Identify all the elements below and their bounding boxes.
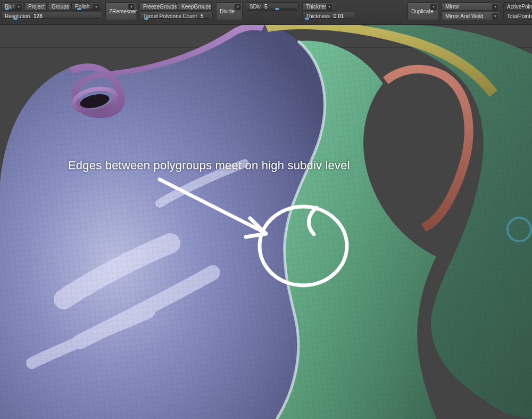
sdiv-group: SDiv 5: [246, 2, 299, 11]
groups-button[interactable]: Groups: [48, 2, 70, 11]
thickness-slider[interactable]: Thickness 0.01: [302, 12, 355, 20]
mirror-button[interactable]: Mirror ▾: [442, 2, 500, 11]
keep-groups-button[interactable]: KeepGroups: [178, 2, 212, 11]
zremesher-group: ZRemesher ▾: [105, 2, 136, 20]
duplicate-button[interactable]: Duplicate ▾: [408, 2, 438, 20]
thickness-button[interactable]: Thickness ▾: [302, 2, 334, 11]
divide-button[interactable]: Divide ▾: [216, 2, 243, 20]
zremesher-options-group: FreezeGroups KeepGroups Target Polygons …: [139, 2, 213, 20]
decimation-group: Blur2 ▾ Project Groups Polish 10 ▾ Resol…: [1, 2, 102, 20]
duplicate-group: Duplicate ▾: [408, 2, 438, 20]
chevron-down-icon[interactable]: ▾: [430, 4, 437, 10]
points-readout-group: ActivePoints TotalPoints: [503, 2, 531, 20]
thickness-group: Thickness ▾ Thickness 0.01: [302, 2, 355, 20]
blur-slider[interactable]: Blur2 ▾: [1, 2, 23, 11]
total-points-readout: TotalPoints: [503, 12, 531, 20]
chevron-down-icon[interactable]: ▾: [492, 4, 498, 10]
resolution-slider[interactable]: Resolution 128: [1, 12, 102, 20]
active-points-readout: ActivePoints: [503, 2, 531, 11]
mirror-group: Mirror ▾ Mirror And Weld ▾: [442, 2, 500, 20]
freeze-groups-button[interactable]: FreezeGroups: [139, 2, 177, 11]
project-button[interactable]: Project: [24, 2, 47, 11]
chevron-down-icon[interactable]: ▾: [326, 4, 332, 10]
chevron-down-icon[interactable]: ▾: [492, 13, 498, 20]
target-poly-slider[interactable]: Target Polygons Count 5: [139, 12, 213, 20]
sdiv-slider[interactable]: SDiv 5: [246, 2, 299, 11]
divide-group: Divide ▾: [216, 2, 243, 20]
mesh-render: [0, 22, 532, 419]
chevron-down-icon[interactable]: ▾: [128, 4, 135, 10]
top-toolbar: Blur2 ▾ Project Groups Polish 10 ▾ Resol…: [0, 0, 532, 25]
chevron-down-icon[interactable]: ▾: [235, 4, 241, 10]
polish-slider[interactable]: Polish 10 ▾: [71, 2, 101, 11]
zremesher-button[interactable]: ZRemesher ▾: [105, 2, 136, 20]
mirror-weld-button[interactable]: Mirror And Weld ▾: [442, 12, 500, 20]
viewport[interactable]: Edges between polygroups meet on high su…: [0, 22, 532, 419]
